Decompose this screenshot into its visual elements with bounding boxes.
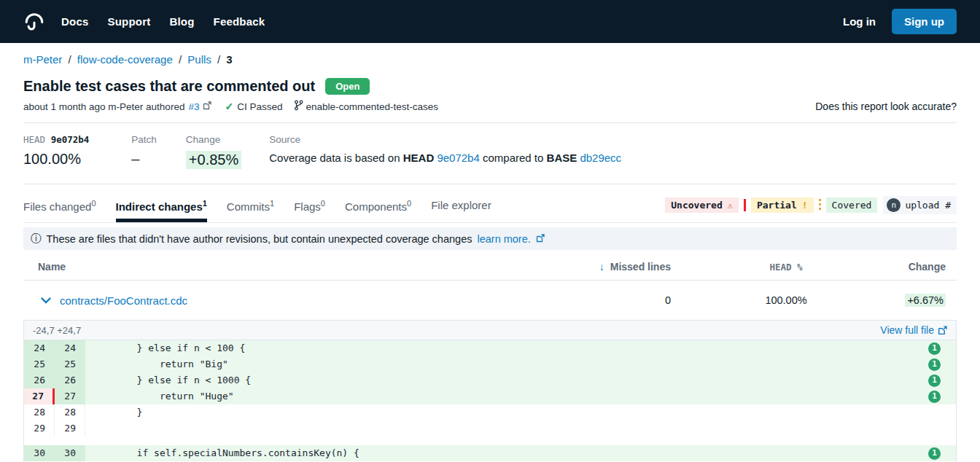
external-link-icon[interactable] [203,101,211,112]
head-line-number: 28 [55,404,85,420]
codecov-umbrella-logo[interactable] [23,11,45,33]
base-line-number: 28 [24,404,55,420]
tab-file-explorer[interactable]: File explorer [431,199,491,222]
base-line-number: 25 [24,356,55,372]
nav-links: Docs Support Blog Feedback [61,15,265,28]
diff-line: 24 24 } else if n < 100 { 1 [24,340,956,356]
change-label: Change [186,134,241,145]
base-line-number: 24 [24,340,55,356]
source-description: Coverage data is based on HEAD 9e072b4 c… [269,152,621,164]
tab-components[interactable]: Components0 [345,199,411,222]
breadcrumb-owner[interactable]: m-Peter [23,53,62,66]
base-line-number: 30 [24,445,55,461]
breadcrumb: m-Peter / flow-code-coverage / Pulls / 3 [23,53,957,66]
breadcrumb-separator: / [217,53,220,66]
head-line-number: 25 [55,356,85,372]
files-table-header: Name ↓ Missed lines HEAD % Change [23,250,957,281]
legend-covered: Covered [826,197,878,213]
upload-count-badge: 1 [928,375,941,387]
head-line-number: 24 [55,340,85,356]
code-text: if self.specialNumbers.containsKey(n) { [85,445,928,461]
nav-item-support[interactable]: Support [107,15,150,28]
legend-upload-count: n upload # [883,196,957,214]
head-commit: 9e072b4 [51,134,90,145]
view-full-file-link[interactable]: View full file [880,324,947,336]
tab-commits[interactable]: Commits1 [227,199,274,222]
diff-line: 30 30 if self.specialNumbers.containsKey… [24,445,956,461]
code-text [85,420,928,436]
diff-line: 29 29 [24,420,956,436]
column-name[interactable]: Name [38,261,576,273]
head-line-number: 29 [55,420,85,436]
tab-files-changed[interactable]: Files changed0 [23,199,96,222]
source-base-label: BASE [547,152,578,164]
nav-item-blog[interactable]: Blog [169,15,194,28]
external-link-icon[interactable] [536,233,545,245]
partial-bang-icon: ! [802,200,808,211]
source-label: Source [269,134,621,145]
ci-status-text: CI Passed [237,101,282,112]
source-head-commit-link[interactable]: 9e072b4 [437,152,479,164]
upload-count-badge: 1 [928,391,941,403]
diff-line: 27 27 return "Huge" 1 [24,388,956,404]
diff-line: 28 28 } [24,404,956,420]
base-line-number: 29 [24,420,55,436]
legend-uncovered: Uncovered ⚠ [665,197,739,213]
coverage-summary: HEAD 9e072b4 100.00% Patch – Change +0.8… [23,123,957,184]
banner-text: These are files that didn't have author … [47,233,472,245]
upload-count-badge: 1 [928,447,941,460]
branch-name: enable-commented-test-cases [306,101,438,112]
head-line-number: 27 [55,388,85,404]
top-navbar: Docs Support Blog Feedback Log in Sign u… [0,0,980,43]
breadcrumb-pulls[interactable]: Pulls [187,53,211,66]
indirect-changes-banner: ⓘ These are files that didn't have autho… [23,227,957,250]
nav-item-feedback[interactable]: Feedback [214,15,265,28]
code-text: } [85,404,928,420]
code-text: } else if n < 100 { [85,340,928,356]
column-change[interactable]: Change [858,261,946,273]
head-coverage-value: 100.00% [23,151,89,168]
change-value: +0.85% [186,151,241,169]
base-line-number: 27 [24,388,55,404]
base-line-number: 26 [24,372,55,388]
pr-number-link[interactable]: #3 [188,101,199,112]
code-text: return "Big" [85,356,928,372]
file-link[interactable]: contracts/FooContract.cdc [60,294,187,307]
head-label: HEAD [23,134,45,145]
column-missed-lines[interactable]: ↓ Missed lines [576,261,671,273]
hunk-header: -24,7 +24,7 [33,325,81,336]
info-icon: ⓘ [31,232,42,246]
breadcrumb-pr-number: 3 [226,53,232,66]
report-accuracy-prompt[interactable]: Does this report look accurate? [815,101,957,112]
signup-button[interactable]: Sign up [892,9,957,34]
tab-indirect-changes[interactable]: Indirect changes1 [116,199,207,222]
code-text: } else if n < 1000 { [85,372,928,388]
patch-label: Patch [131,134,157,145]
diff-line: 26 26 } else if n < 1000 { 1 [24,372,956,388]
change-value: +6.67% [905,294,946,307]
source-text: Coverage data is based on [269,152,400,164]
head-line-number: 30 [55,445,85,461]
sort-arrow-icon: ↓ [599,261,604,273]
table-row: contracts/FooContract.cdc 0 100.00% +6.6… [23,281,957,318]
head-percent-value: 100.00% [739,294,833,306]
login-link[interactable]: Log in [843,15,876,28]
source-head-label: HEAD [403,152,435,164]
column-head-percent[interactable]: HEAD % [739,262,833,273]
page-title: Enable test cases that are commented out [23,78,315,95]
nav-item-docs[interactable]: Docs [61,15,88,28]
upload-count-badge: 1 [928,359,941,371]
learn-more-link[interactable]: learn more. [477,233,530,245]
breadcrumb-repo[interactable]: flow-code-coverage [77,53,173,66]
uncovered-bar-sample [744,199,746,211]
diff-viewer: -24,7 +24,7 View full file 24 24 } else … [23,320,957,462]
partial-bar-sample [819,199,821,211]
upload-count-badge: 1 [928,342,941,355]
chevron-down-icon[interactable] [41,294,51,306]
source-text: compared to [483,152,543,164]
diff-line-gap [24,436,956,445]
breadcrumb-separator: / [179,53,182,66]
tab-flags[interactable]: Flags0 [294,199,325,222]
source-base-commit-link[interactable]: db29ecc [580,152,621,164]
upload-count-icon: n [887,198,901,212]
